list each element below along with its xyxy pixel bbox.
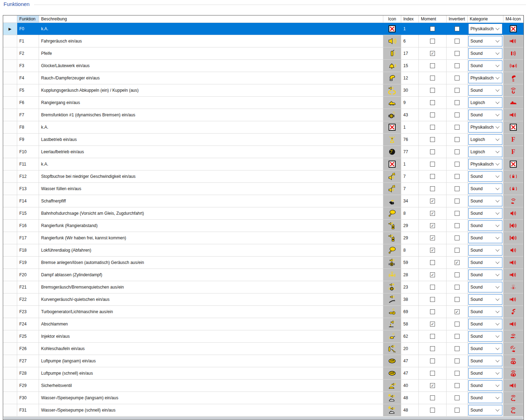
row-selector[interactable] <box>3 318 17 330</box>
table-row[interactable]: F2Pfeife17✓Sound <box>3 47 523 60</box>
row-selector[interactable] <box>3 343 17 355</box>
kategorie-dropdown[interactable]: Sound <box>468 368 502 379</box>
moment-checkbox[interactable]: ✓ <box>430 211 435 216</box>
row-selector[interactable] <box>3 207 17 220</box>
kategorie-dropdown[interactable]: Logisch <box>468 134 502 145</box>
moment-checkbox[interactable]: ✓ <box>430 383 435 388</box>
table-row[interactable]: F26Kohleschaufeln ein/aus20Sound <box>3 343 523 355</box>
kategorie-dropdown[interactable]: Sound <box>468 36 502 46</box>
moment-checkbox[interactable] <box>430 371 435 376</box>
table-row[interactable]: F22Kurvengeräusch/-quietschen ein/aus38S… <box>3 293 523 306</box>
invertiert-checkbox[interactable] <box>455 88 460 93</box>
invertiert-checkbox[interactable] <box>455 149 460 154</box>
table-row[interactable]: F1Fahrgeräusch ein/aus6Sound <box>3 35 523 47</box>
table-row[interactable]: F18Lokführerdialog (Abfahren)8✓Sound <box>3 244 523 257</box>
kategorie-dropdown[interactable]: Physikalisch <box>468 24 502 34</box>
row-selector[interactable] <box>3 158 17 170</box>
invertiert-checkbox[interactable] <box>455 371 460 376</box>
moment-checkbox[interactable] <box>430 26 435 31</box>
row-selector[interactable] <box>3 232 17 244</box>
invertiert-checkbox[interactable] <box>455 383 460 388</box>
kategorie-dropdown[interactable]: Sound <box>468 380 502 391</box>
invertiert-checkbox[interactable] <box>455 100 460 105</box>
column-header-funktion[interactable]: Funktion <box>17 15 39 23</box>
table-row[interactable]: F9Lastbetrieb ein/aus76LogischF <box>3 134 523 146</box>
row-selector[interactable] <box>3 134 17 146</box>
invertiert-checkbox[interactable] <box>455 199 460 203</box>
moment-checkbox[interactable] <box>430 395 435 400</box>
invertiert-checkbox[interactable] <box>455 285 460 290</box>
invertiert-checkbox[interactable] <box>455 26 460 31</box>
row-selector[interactable] <box>3 47 17 60</box>
table-row[interactable]: F17Rangierfunk (Wir haben frei, kannst k… <box>3 232 523 244</box>
invertiert-checkbox[interactable] <box>455 358 460 363</box>
corner-header-cell[interactable] <box>3 15 17 23</box>
invertiert-checkbox[interactable] <box>455 334 460 339</box>
row-selector[interactable] <box>3 84 17 97</box>
invertiert-checkbox[interactable] <box>455 39 460 44</box>
row-selector[interactable] <box>3 146 17 158</box>
moment-checkbox[interactable] <box>430 112 435 117</box>
table-row[interactable]: F24Abschlammen58✓Sound <box>3 318 523 330</box>
moment-checkbox[interactable] <box>430 137 435 142</box>
invertiert-checkbox[interactable] <box>455 223 460 228</box>
kategorie-dropdown[interactable]: Sound <box>468 282 502 292</box>
moment-checkbox[interactable] <box>430 408 435 413</box>
kategorie-dropdown[interactable]: Sound <box>468 48 502 59</box>
moment-checkbox[interactable] <box>430 125 435 130</box>
moment-checkbox[interactable]: ✓ <box>430 248 435 253</box>
row-selector[interactable] <box>3 257 17 269</box>
table-row[interactable]: F25Injektor ein/aus62Sound <box>3 330 523 343</box>
kategorie-dropdown[interactable]: Sound <box>468 294 502 305</box>
kategorie-dropdown[interactable]: Sound <box>468 393 502 403</box>
kategorie-dropdown[interactable]: Sound <box>468 85 502 96</box>
moment-checkbox[interactable] <box>430 88 435 93</box>
kategorie-dropdown[interactable]: Sound <box>468 245 502 256</box>
invertiert-checkbox[interactable] <box>455 346 460 351</box>
row-selector[interactable]: ▶ <box>3 23 17 35</box>
row-selector[interactable] <box>3 170 17 183</box>
table-row[interactable]: F3Glocke/Läutewerk ein/aus15Sound <box>3 60 523 72</box>
invertiert-checkbox[interactable] <box>455 174 460 179</box>
kategorie-dropdown[interactable]: Sound <box>468 110 502 120</box>
moment-checkbox[interactable]: ✓ <box>430 199 435 203</box>
row-selector[interactable] <box>3 281 17 293</box>
invertiert-checkbox[interactable] <box>455 51 460 56</box>
row-selector[interactable] <box>3 97 17 109</box>
row-selector[interactable] <box>3 195 17 207</box>
moment-checkbox[interactable] <box>430 285 435 290</box>
kategorie-dropdown[interactable]: Sound <box>468 208 502 219</box>
kategorie-dropdown[interactable]: Sound <box>468 319 502 329</box>
row-selector[interactable] <box>3 330 17 343</box>
row-selector[interactable] <box>3 404 17 416</box>
row-selector[interactable] <box>3 392 17 404</box>
table-row[interactable]: ▶F0k.A.1Physikalisch <box>3 23 523 35</box>
invertiert-checkbox[interactable] <box>455 395 460 400</box>
column-header-beschreibung[interactable]: Beschreibung <box>39 15 383 23</box>
kategorie-dropdown[interactable]: Sound <box>468 306 502 317</box>
moment-checkbox[interactable] <box>430 162 435 167</box>
row-selector[interactable] <box>3 293 17 306</box>
row-selector[interactable] <box>3 380 17 392</box>
table-row[interactable]: F6Rangiergang ein/aus9Logisch <box>3 97 523 109</box>
kategorie-dropdown[interactable]: Sound <box>468 60 502 71</box>
column-header-kategorie[interactable]: Kategorie <box>468 15 503 23</box>
kategorie-dropdown[interactable]: Sound <box>468 331 502 342</box>
invertiert-checkbox[interactable]: ✓ <box>455 260 460 265</box>
moment-checkbox[interactable] <box>430 334 435 339</box>
row-selector[interactable] <box>3 220 17 232</box>
table-row[interactable]: F11k.A.1Physikalisch <box>3 158 523 170</box>
row-selector[interactable] <box>3 109 17 121</box>
kategorie-dropdown[interactable]: Sound <box>468 196 502 206</box>
moment-checkbox[interactable] <box>430 63 435 68</box>
invertiert-checkbox[interactable] <box>455 76 460 80</box>
column-header-invertiert[interactable]: Invertiert <box>447 15 468 23</box>
table-row[interactable]: F10Leerlaufbetrieb ein/aus77LogischF <box>3 146 523 158</box>
kategorie-dropdown[interactable]: Sound <box>468 233 502 243</box>
table-row[interactable]: F15Bahnhofsdurchsage (Vorsicht am Gleis,… <box>3 207 523 220</box>
table-row[interactable]: F23Turbogenerator/Lichtmaschine aus/ein6… <box>3 306 523 318</box>
column-header-icon[interactable]: Icon <box>383 15 401 23</box>
invertiert-checkbox[interactable] <box>455 272 460 277</box>
moment-checkbox[interactable]: ✓ <box>430 223 435 228</box>
invertiert-checkbox[interactable] <box>455 162 460 167</box>
